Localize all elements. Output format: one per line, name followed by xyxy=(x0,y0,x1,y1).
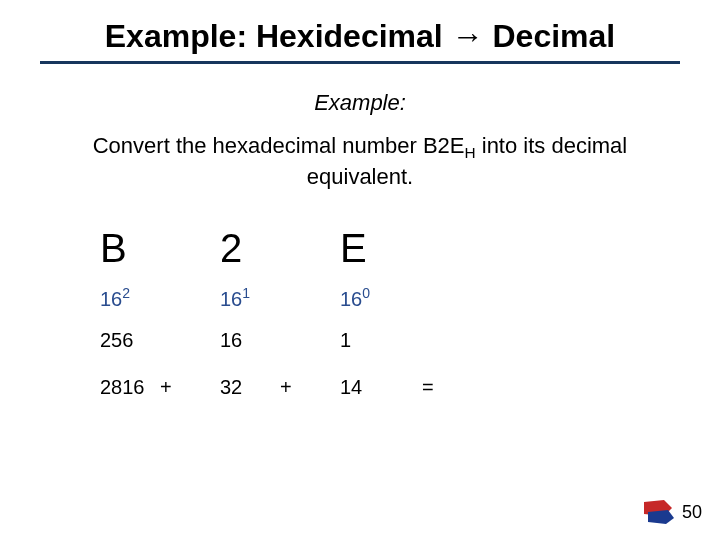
pv-base: 16 xyxy=(100,288,122,310)
slide: Example: Hexidecimal → Decimal Example: … xyxy=(0,0,720,540)
digit-cell: 2 xyxy=(220,226,340,285)
op-cell: + xyxy=(280,374,340,399)
pv-base: 16 xyxy=(340,288,362,310)
pv-exp: 2 xyxy=(122,285,130,301)
place-value-cell: 162 xyxy=(100,285,220,329)
svg-marker-1 xyxy=(648,510,674,524)
flag-icon xyxy=(642,498,676,526)
digits-row: B 2 E xyxy=(100,226,460,285)
products-row: 2816 + 32 + 14 = xyxy=(100,374,460,399)
weight-cell: 256 xyxy=(100,329,220,374)
equals-cell: = xyxy=(412,374,460,399)
place-value-cell: 161 xyxy=(220,285,340,329)
pv-exp: 1 xyxy=(242,285,250,301)
pv-base: 16 xyxy=(220,288,242,310)
instruction-text: Convert the hexadecimal number B2EH into… xyxy=(60,132,660,192)
slide-footer: 50 xyxy=(642,498,702,526)
instruction-pre: Convert the hexadecimal number B2E xyxy=(93,133,465,158)
instruction-subscript: H xyxy=(465,144,476,161)
title-rule xyxy=(40,61,680,64)
place-value-cell: 160 xyxy=(340,285,460,329)
conversion-table: B 2 E 162 161 160 256 16 1 xyxy=(100,226,680,399)
weight-cell: 16 xyxy=(220,329,340,374)
product-cell: 2816 xyxy=(100,374,160,399)
product-cell: 14 xyxy=(340,374,412,399)
place-value-row: 162 161 160 xyxy=(100,285,460,329)
page-number: 50 xyxy=(682,502,702,523)
digit-cell: B xyxy=(100,226,220,285)
pv-exp: 0 xyxy=(362,285,370,301)
page-title: Example: Hexidecimal → Decimal xyxy=(40,18,680,61)
digit-cell: E xyxy=(340,226,460,285)
weight-cell: 1 xyxy=(340,329,460,374)
weights-row: 256 16 1 xyxy=(100,329,460,374)
example-label: Example: xyxy=(40,90,680,116)
op-cell: + xyxy=(160,374,220,399)
product-cell: 32 xyxy=(220,374,280,399)
